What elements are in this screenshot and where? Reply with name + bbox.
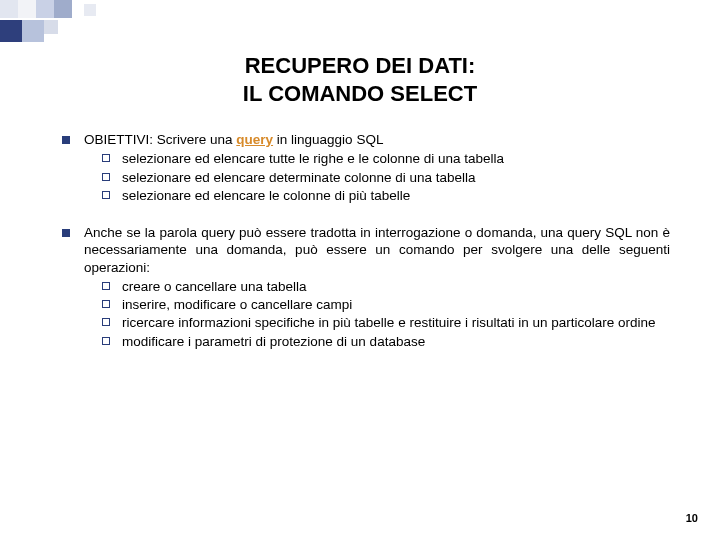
description-block: Anche se la parola query può essere trad… bbox=[62, 224, 670, 350]
list-item: ricercare informazioni specifiche in più… bbox=[102, 314, 670, 331]
bullet-hollow-icon bbox=[102, 318, 110, 326]
list-item: inserire, modificare o cancellare campi bbox=[102, 296, 670, 313]
corner-decoration bbox=[0, 0, 140, 42]
bullet-hollow-icon bbox=[102, 173, 110, 181]
query-keyword: query bbox=[236, 132, 273, 147]
list-item: modificare i parametri di protezione di … bbox=[102, 333, 670, 350]
page-number: 10 bbox=[686, 512, 698, 524]
bullet-hollow-icon bbox=[102, 282, 110, 290]
list-item: selezionare ed elencare le colonne di pi… bbox=[102, 187, 670, 204]
list-item: creare o cancellare una tabella bbox=[102, 278, 670, 295]
bullet-hollow-icon bbox=[102, 337, 110, 345]
objectives-block: OBIETTIVI: Scrivere una query in linguag… bbox=[62, 131, 670, 204]
bullet-hollow-icon bbox=[102, 154, 110, 162]
slide-title-line1: RECUPERO DEI DATI: bbox=[0, 52, 720, 80]
list-item: selezionare ed elencare determinate colo… bbox=[102, 169, 670, 186]
description-lead: Anche se la parola query può essere trad… bbox=[84, 224, 670, 276]
objectives-lead: OBIETTIVI: Scrivere una query in linguag… bbox=[84, 131, 670, 148]
bullet-hollow-icon bbox=[102, 300, 110, 308]
bullet-hollow-icon bbox=[102, 191, 110, 199]
slide-title-line2: IL COMANDO SELECT bbox=[0, 80, 720, 108]
bullet-filled-icon bbox=[62, 229, 70, 237]
bullet-filled-icon bbox=[62, 136, 70, 144]
list-item: selezionare ed elencare tutte le righe e… bbox=[102, 150, 670, 167]
slide-content: OBIETTIVI: Scrivere una query in linguag… bbox=[62, 131, 670, 350]
